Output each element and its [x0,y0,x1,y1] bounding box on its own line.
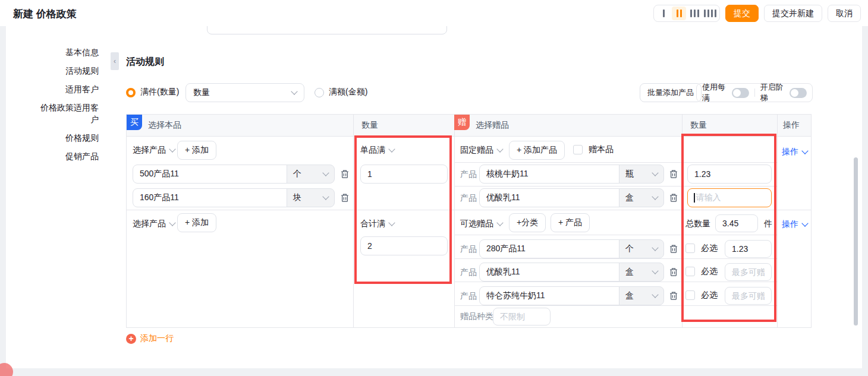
col-header-gift-qty: 数量 [690,120,707,131]
required-checkbox[interactable] [685,267,695,276]
per-full-toggle[interactable] [732,88,749,98]
delete-row-icon[interactable] [669,169,678,179]
delete-row-icon[interactable] [669,244,678,254]
row-action-dropdown[interactable]: 操作 [777,147,812,157]
chevron-down-icon [652,244,658,251]
product-row-label: 产品 [460,244,477,255]
unit-select[interactable]: 瓶 [619,165,664,184]
submit-and-new-button[interactable]: 提交并新建 [764,5,822,22]
add-row-link[interactable]: + 添加一行 [126,333,174,344]
add-gift-product-button[interactable]: + 产品 [551,213,590,232]
scrolled-field-partial[interactable] [207,26,447,34]
quantity-type-select[interactable]: 数量 [185,83,304,102]
gift-name-input[interactable] [479,263,619,282]
density-option-2[interactable] [672,7,686,20]
gift-self-label: 赠本品 [589,144,614,155]
total-qty-input[interactable] [715,214,758,232]
radio-by-quantity[interactable] [126,88,136,97]
per-full-label: 使用每满 [702,82,728,103]
title-bar-actions: 提交 提交并新建 取消 [653,5,861,22]
sidebar-item-price-rules[interactable]: 价格规则 [27,132,99,144]
ladder-toggle[interactable] [790,88,807,98]
chevron-down-icon [801,220,808,226]
density-switcher[interactable] [653,5,720,22]
chevron-down-icon [496,146,503,152]
required-checkbox[interactable] [685,290,695,300]
required-label: 必选 [701,290,718,301]
gift-type-dropdown[interactable]: 可选赠品 [460,219,502,229]
sidebar-item-activity-rules[interactable]: 活动规则 [27,65,99,77]
required-checkbox[interactable] [685,244,695,253]
chevron-down-icon [322,169,329,176]
density-option-3[interactable] [687,7,702,20]
unit-select[interactable]: 盒 [619,188,664,207]
sidebar-item-policy-customers[interactable]: 价格政策适用客户 [36,102,99,125]
rules-table: 买 选择本品 数量 赠 选择赠品 数量 操作 选择产品 + 添加 个 块 [126,114,812,328]
gift-name-input[interactable] [479,286,619,305]
delete-row-icon[interactable] [669,267,678,277]
gift-kind-input[interactable] [493,308,551,326]
gift-type-dropdown[interactable]: 固定赠品 [460,145,502,156]
unit-select[interactable]: 个 [619,239,664,258]
qty-input[interactable] [360,165,448,184]
collapse-sidebar-button[interactable]: ‹ [111,52,119,70]
chevron-down-icon [652,291,658,298]
add-category-button[interactable]: +分类 [509,213,546,232]
gift-qty-input[interactable] [725,287,772,305]
batch-add-products-button[interactable]: 批量添加产品 [640,83,702,102]
chevron-down-icon [801,147,808,154]
chevron-down-icon [169,219,175,226]
delete-row-icon[interactable] [340,169,350,179]
delete-row-icon[interactable] [669,193,678,203]
product-name-input[interactable] [133,188,287,207]
product-row-label: 产品 [460,193,477,204]
sidebar-item-applicable-customers[interactable]: 适用客户 [27,83,99,95]
gift-name-input[interactable] [479,239,619,258]
product-selector-dropdown[interactable]: 选择产品 [133,219,175,229]
buy-badge: 买 [127,115,142,130]
chevron-down-icon [388,219,395,226]
row-action-dropdown[interactable]: 操作 [777,219,812,230]
density-option-4[interactable] [703,7,717,20]
unit-select[interactable]: 盒 [619,263,664,282]
delete-row-icon[interactable] [340,193,350,203]
gift-qty-input[interactable] [687,165,772,184]
product-row-label: 产品 [460,169,477,180]
radio-by-amount[interactable] [315,88,324,97]
submit-button[interactable]: 提交 [725,5,759,22]
gift-qty-input[interactable] [725,263,772,281]
total-qty-label: 总数量 [685,219,710,229]
chevron-down-icon [388,146,395,152]
gift-qty-input-focused[interactable]: 请输入 [687,188,772,207]
col-header-gift: 选择赠品 [476,120,509,131]
sidebar-item-basic-info[interactable]: 基本信息 [27,46,99,58]
gift-qty-input[interactable] [725,240,772,258]
add-gift-product-button[interactable]: + 添加产品 [509,141,565,160]
col-header-qty: 数量 [361,120,378,131]
chevron-down-icon [291,88,297,94]
product-selector-dropdown[interactable]: 选择产品 [133,145,175,156]
gift-name-input[interactable] [479,165,619,184]
radio-by-amount-label: 满额(金额) [329,87,367,97]
vertical-scrollbar[interactable] [854,157,858,326]
plus-icon: + [126,334,136,344]
delete-row-icon[interactable] [669,291,678,301]
qty-type-dropdown[interactable]: 合计满 [360,219,394,229]
unit-select[interactable]: 盒 [619,286,664,305]
add-product-button[interactable]: + 添加 [177,141,216,160]
chevron-down-icon [652,267,658,274]
collapse-icon: ‹ [114,57,116,65]
gift-name-input[interactable] [479,188,619,207]
density-option-1[interactable] [656,7,671,20]
qty-input[interactable] [360,236,448,255]
unit-select[interactable]: 个 [287,165,335,184]
sidebar-item-promo-products[interactable]: 促销产品 [27,150,99,162]
unit-select[interactable]: 块 [287,188,335,207]
product-name-input[interactable] [133,165,287,184]
add-product-button[interactable]: + 添加 [177,213,216,232]
qty-type-dropdown[interactable]: 单品满 [360,145,394,156]
gift-self-checkbox[interactable] [573,145,583,154]
chevron-down-icon [652,193,658,200]
chevron-down-icon [496,219,503,226]
cancel-button[interactable]: 取消 [828,5,861,22]
